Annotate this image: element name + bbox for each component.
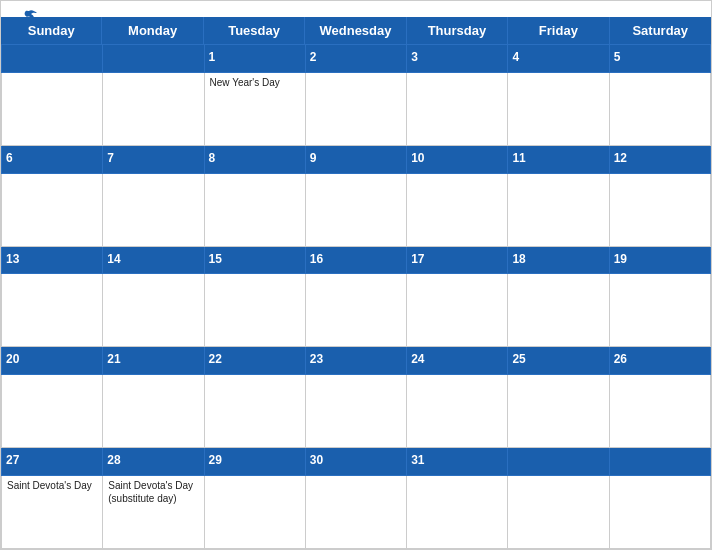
cell-w5-d2-content: Saint Devota's Day (substitute day) — [103, 476, 204, 549]
cell-w3-d1-num: 13 — [2, 246, 103, 274]
calendar: Sunday Monday Tuesday Wednesday Thursday… — [0, 0, 712, 550]
day-number: 13 — [6, 252, 19, 266]
cell-w3-d4-content — [305, 274, 406, 347]
cell-w2-d7-content — [609, 173, 710, 246]
cell-w3-d2-content — [103, 274, 204, 347]
day-number: 5 — [614, 50, 621, 64]
cell-w2-d6-content — [508, 173, 609, 246]
cell-w3-d5-content — [407, 274, 508, 347]
day-number: 9 — [310, 151, 317, 165]
week-5-content-row: Saint Devota's DaySaint Devota's Day (su… — [2, 476, 711, 549]
cell-w4-d7-content — [609, 375, 710, 448]
cell-w4-d3-num: 22 — [204, 347, 305, 375]
week-1-content-row: New Year's Day — [2, 72, 711, 145]
cell-w3-d6-num: 18 — [508, 246, 609, 274]
cell-w3-d3-num: 15 — [204, 246, 305, 274]
cell-w1-d4-num: 2 — [305, 45, 406, 73]
cell-w4-d3-content — [204, 375, 305, 448]
cell-w2-d1-content — [2, 173, 103, 246]
day-number: 7 — [107, 151, 114, 165]
cell-w3-d4-num: 16 — [305, 246, 406, 274]
day-number: 3 — [411, 50, 418, 64]
day-number: 27 — [6, 453, 19, 467]
day-number: 12 — [614, 151, 627, 165]
cell-w5-d3-num: 29 — [204, 448, 305, 476]
cell-w3-d5-num: 17 — [407, 246, 508, 274]
cell-w2-d1-num: 6 — [2, 145, 103, 173]
day-number: 31 — [411, 453, 424, 467]
day-number: 29 — [209, 453, 222, 467]
cell-w2-d2-num: 7 — [103, 145, 204, 173]
cell-w1-d5-content — [407, 72, 508, 145]
cell-w1-d6-content — [508, 72, 609, 145]
week-1-num-row: 12345 — [2, 45, 711, 73]
event-label: Saint Devota's Day (substitute day) — [108, 479, 198, 505]
day-number: 25 — [512, 352, 525, 366]
day-number: 10 — [411, 151, 424, 165]
cell-w2-d5-content — [407, 173, 508, 246]
cell-w3-d6-content — [508, 274, 609, 347]
cell-w1-d7-num: 5 — [609, 45, 710, 73]
cell-w3-d1-content — [2, 274, 103, 347]
week-5-num-row: 2728293031 — [2, 448, 711, 476]
cell-w1-d2-content — [103, 72, 204, 145]
cell-w5-d3-content — [204, 476, 305, 549]
cell-w4-d2-content — [103, 375, 204, 448]
week-4-content-row — [2, 375, 711, 448]
cell-w5-d6-num — [508, 448, 609, 476]
event-label: Saint Devota's Day — [7, 479, 97, 492]
day-number: 20 — [6, 352, 19, 366]
cell-w4-d6-num: 25 — [508, 347, 609, 375]
cell-w4-d1-content — [2, 375, 103, 448]
cell-w4-d5-content — [407, 375, 508, 448]
day-header-monday: Monday — [102, 17, 203, 44]
cell-w5-d7-content — [609, 476, 710, 549]
day-number: 15 — [209, 252, 222, 266]
day-header-wednesday: Wednesday — [305, 17, 406, 44]
calendar-header — [1, 1, 711, 17]
week-4-num-row: 20212223242526 — [2, 347, 711, 375]
cell-w1-d1-content — [2, 72, 103, 145]
cell-w1-d1-num — [2, 45, 103, 73]
day-headers: Sunday Monday Tuesday Wednesday Thursday… — [1, 17, 711, 44]
cell-w1-d5-num: 3 — [407, 45, 508, 73]
day-header-thursday: Thursday — [407, 17, 508, 44]
cell-w2-d3-content — [204, 173, 305, 246]
cell-w2-d3-num: 8 — [204, 145, 305, 173]
cell-w2-d2-content — [103, 173, 204, 246]
cell-w4-d5-num: 24 — [407, 347, 508, 375]
cell-w4-d2-num: 21 — [103, 347, 204, 375]
cell-w5-d6-content — [508, 476, 609, 549]
cell-w1-d6-num: 4 — [508, 45, 609, 73]
cell-w4-d6-content — [508, 375, 609, 448]
cell-w3-d7-content — [609, 274, 710, 347]
day-number: 30 — [310, 453, 323, 467]
cell-w5-d2-num: 28 — [103, 448, 204, 476]
cell-w2-d7-num: 12 — [609, 145, 710, 173]
week-2-content-row — [2, 173, 711, 246]
day-number: 21 — [107, 352, 120, 366]
cell-w1-d2-num — [103, 45, 204, 73]
logo-bird-icon — [19, 9, 39, 29]
event-label: New Year's Day — [210, 76, 300, 89]
cell-w5-d5-content — [407, 476, 508, 549]
day-number: 4 — [512, 50, 519, 64]
cell-w2-d4-num: 9 — [305, 145, 406, 173]
cell-w1-d3-num: 1 — [204, 45, 305, 73]
day-number: 14 — [107, 252, 120, 266]
cell-w5-d1-num: 27 — [2, 448, 103, 476]
day-header-friday: Friday — [508, 17, 609, 44]
cell-w4-d4-num: 23 — [305, 347, 406, 375]
day-number: 17 — [411, 252, 424, 266]
logo — [17, 9, 39, 29]
day-number: 22 — [209, 352, 222, 366]
cell-w2-d6-num: 11 — [508, 145, 609, 173]
cell-w3-d2-num: 14 — [103, 246, 204, 274]
calendar-grid: 12345New Year's Day678910111213141516171… — [1, 44, 711, 549]
day-number: 6 — [6, 151, 13, 165]
cell-w1-d4-content — [305, 72, 406, 145]
day-number: 16 — [310, 252, 323, 266]
cell-w3-d7-num: 19 — [609, 246, 710, 274]
day-number: 19 — [614, 252, 627, 266]
cell-w5-d4-num: 30 — [305, 448, 406, 476]
